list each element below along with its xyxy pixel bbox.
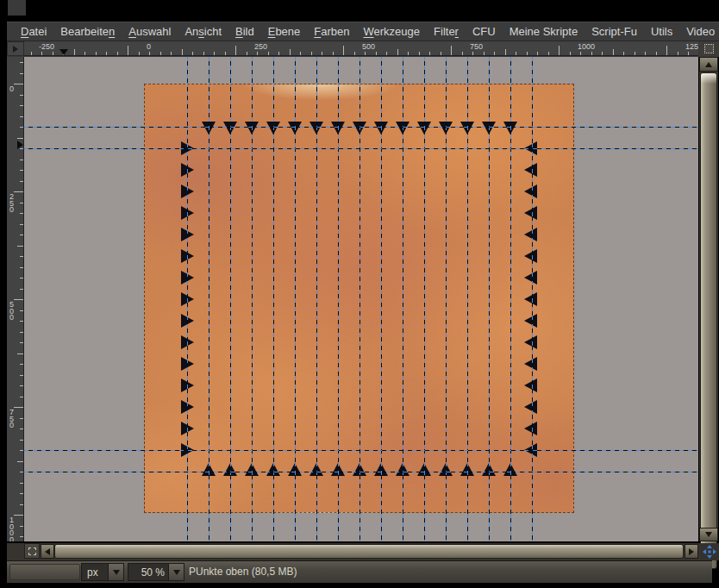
mnemonic-underline: E xyxy=(268,25,276,38)
ruler-tick xyxy=(462,52,463,55)
ruler-tick xyxy=(17,138,23,139)
guide-vertical[interactable] xyxy=(403,57,403,541)
menu-item-bearbeiten[interactable]: Bearbeiten xyxy=(53,25,122,38)
arrow-down-icon xyxy=(705,532,712,537)
point-marker-left xyxy=(524,357,537,371)
guide-vertical[interactable] xyxy=(532,57,533,541)
guide-vertical[interactable] xyxy=(273,57,274,541)
ruler-tick xyxy=(139,52,140,55)
ruler-tick xyxy=(106,52,107,55)
vertical-scrollbar[interactable] xyxy=(699,57,718,541)
guide-horizontal[interactable] xyxy=(24,450,698,451)
point-marker-left xyxy=(524,400,537,414)
ruler-tick xyxy=(527,52,528,55)
zoom-combobox[interactable]: 50 % xyxy=(128,563,184,581)
ruler-tick xyxy=(160,52,161,55)
ruler-label: 0 xyxy=(147,43,151,51)
menu-item-video[interactable]: Video xyxy=(679,25,719,38)
guide-horizontal[interactable] xyxy=(24,472,698,472)
ruler-label: 250 xyxy=(254,43,267,51)
menu-item-farben[interactable]: Farben xyxy=(307,25,356,38)
scroll-left-button[interactable] xyxy=(41,544,54,559)
ruler-label: 750 xyxy=(470,43,483,51)
ruler-tick xyxy=(20,504,23,505)
navigation-button[interactable] xyxy=(700,543,719,560)
vertical-scrollbar-thumb[interactable] xyxy=(700,72,717,569)
ruler-tick xyxy=(20,160,23,160)
ruler-tick xyxy=(419,52,420,55)
ruler-tick xyxy=(300,52,301,55)
menu-item-bild[interactable]: Bild xyxy=(228,25,261,38)
menu-item-werkzeuge[interactable]: Werkzeuge xyxy=(357,25,428,38)
guide-vertical[interactable] xyxy=(424,57,425,541)
canvas-viewport[interactable] xyxy=(24,57,698,541)
guide-vertical[interactable] xyxy=(209,57,209,541)
guide-vertical[interactable] xyxy=(446,57,447,541)
ruler-label: 1000 xyxy=(9,517,14,541)
ruler-tick xyxy=(149,52,150,55)
ruler-tick xyxy=(20,105,23,106)
ruler-tick xyxy=(494,52,495,55)
guide-vertical[interactable] xyxy=(338,57,339,541)
horizontal-scrollbar-thumb[interactable] xyxy=(54,544,684,559)
guide-vertical[interactable] xyxy=(489,57,490,541)
chevron-down-icon xyxy=(113,570,120,575)
zoom-dropdown-button[interactable] xyxy=(168,564,184,580)
ruler-tick xyxy=(656,52,657,55)
guide-vertical[interactable] xyxy=(510,57,511,541)
menu-item-filter[interactable]: Filter xyxy=(427,25,466,38)
ruler-tick xyxy=(278,52,279,55)
point-marker-left xyxy=(524,163,537,177)
menu-item-meine-skripte[interactable]: Meine Skripte xyxy=(503,25,585,38)
menu-item-datei[interactable]: Datei xyxy=(14,25,53,38)
vertical-ruler[interactable]: 02505007501000 xyxy=(7,57,24,541)
ruler-tick xyxy=(17,461,23,462)
guide-vertical[interactable] xyxy=(252,57,253,541)
guide-vertical[interactable] xyxy=(316,57,317,541)
ruler-tick xyxy=(17,353,23,354)
ruler-label: 1000 xyxy=(578,43,595,51)
unit-combobox[interactable]: px xyxy=(81,563,124,581)
guide-vertical[interactable] xyxy=(467,57,468,541)
guide-horizontal[interactable] xyxy=(24,148,698,149)
ruler-tick xyxy=(20,127,23,128)
ruler-tick xyxy=(20,375,23,376)
horizontal-scrollbar[interactable] xyxy=(7,543,719,560)
menu-item-ansicht[interactable]: Ansicht xyxy=(178,25,228,38)
guide-vertical[interactable] xyxy=(187,57,188,541)
quick-mask-toggle[interactable] xyxy=(24,543,40,559)
guide-vertical[interactable] xyxy=(381,57,382,541)
zoom-follow-window-toggle[interactable] xyxy=(699,41,719,56)
menu-item-cfu[interactable]: CFU xyxy=(466,25,503,38)
menu-item-utils[interactable]: Utils xyxy=(644,25,679,38)
guide-vertical[interactable] xyxy=(295,57,296,541)
ruler-tick xyxy=(20,203,23,203)
guide-vertical[interactable] xyxy=(360,57,360,541)
chevron-down-icon xyxy=(173,570,180,575)
ruler-tick xyxy=(257,52,258,55)
guide-vertical[interactable] xyxy=(230,57,231,541)
canvas-menu-button[interactable] xyxy=(7,41,24,56)
mnemonic-underline: D xyxy=(21,25,28,38)
guide-horizontal[interactable] xyxy=(24,127,698,128)
ruler-tick xyxy=(214,52,215,55)
ruler-tick xyxy=(235,46,236,55)
horizontal-ruler[interactable]: -250025050075010001250 xyxy=(24,41,698,56)
scroll-up-button[interactable] xyxy=(699,57,718,72)
ruler-label: 0 xyxy=(9,86,14,93)
mnemonic-underline: A xyxy=(128,25,136,38)
dashed-square-icon xyxy=(704,44,714,53)
ruler-tick xyxy=(408,52,409,55)
ruler-tick xyxy=(96,52,97,55)
point-marker-left xyxy=(524,249,537,263)
menu-item-ebene[interactable]: Ebene xyxy=(261,25,308,38)
ruler-tick xyxy=(84,52,85,55)
scroll-right-button[interactable] xyxy=(685,544,698,559)
menu-item-auswahl[interactable]: Auswahl xyxy=(122,25,178,38)
unit-dropdown-button[interactable] xyxy=(108,564,123,580)
menu-item-script-fu[interactable]: Script-Fu xyxy=(585,25,644,38)
scroll-down-button[interactable] xyxy=(699,528,718,541)
ruler-tick xyxy=(20,418,23,419)
ruler-tick xyxy=(20,95,23,96)
background-window-fragment xyxy=(8,0,26,16)
